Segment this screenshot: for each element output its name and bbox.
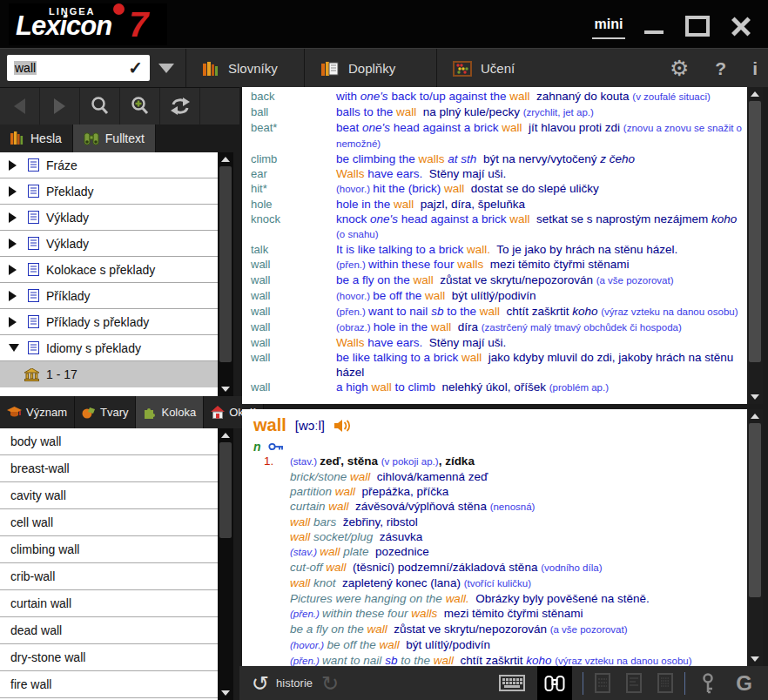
fulltext-section-row[interactable]: Výklady bbox=[0, 205, 218, 231]
collocation-item[interactable]: climbing wall bbox=[0, 536, 218, 563]
text-segment: (vodního díla) bbox=[541, 562, 602, 573]
document-view-3-button[interactable] bbox=[657, 673, 674, 693]
scrollbar-thumb[interactable] bbox=[219, 442, 232, 538]
document-view-1-button[interactable] bbox=[594, 673, 611, 693]
fulltext-section-row[interactable]: Příklady s překlady bbox=[0, 309, 218, 335]
expand-arrow-icon[interactable] bbox=[9, 265, 28, 275]
idiom-row[interactable]: backwith one's back to/up against the wa… bbox=[242, 89, 747, 104]
fulltext-section-row[interactable]: Překlady bbox=[0, 178, 218, 205]
collocation-item[interactable]: crib-wall bbox=[0, 563, 218, 590]
collocation-item[interactable]: cell wall bbox=[0, 509, 218, 536]
fulltext-section-row[interactable]: Kolokace s překlady bbox=[0, 257, 218, 283]
scroll-down-icon[interactable] bbox=[221, 690, 230, 696]
idioms-scrollbar[interactable] bbox=[747, 87, 763, 404]
document-icon bbox=[28, 263, 39, 276]
idiom-row[interactable]: hit*(hovor.) hit the (brick) wall dostat… bbox=[242, 181, 747, 197]
idiom-row[interactable]: wall(přen.) within these four walls mezi… bbox=[242, 257, 747, 273]
collocation-item[interactable]: fire wall bbox=[0, 671, 218, 698]
search-input[interactable]: wall ✓ bbox=[7, 55, 150, 81]
forward-button[interactable] bbox=[40, 88, 80, 125]
expand-arrow-icon[interactable] bbox=[9, 317, 28, 327]
expand-arrow-icon[interactable] bbox=[9, 186, 28, 197]
tab-tvary[interactable]: Tvary bbox=[75, 396, 137, 428]
history-back-icon[interactable]: ↺ bbox=[252, 671, 269, 696]
zoom-in-button[interactable] bbox=[120, 88, 160, 125]
scroll-down-icon[interactable] bbox=[751, 656, 759, 662]
maximize-button[interactable] bbox=[683, 14, 712, 38]
sections-scrollbar[interactable] bbox=[218, 152, 233, 396]
info-icon[interactable]: i bbox=[752, 58, 758, 79]
tab-hesla[interactable]: Hesla bbox=[0, 125, 73, 152]
idiom-row[interactable]: beat*beat one's head against a brick wal… bbox=[242, 120, 747, 151]
result-range-item[interactable]: 1 - 17 bbox=[0, 361, 218, 387]
tab-vyznam[interactable]: Význam bbox=[0, 396, 75, 428]
scrollbar-thumb[interactable] bbox=[219, 166, 232, 362]
scroll-up-icon[interactable] bbox=[751, 91, 759, 97]
text-segment: within these four bbox=[322, 607, 411, 620]
collocation-item[interactable]: cavity wall bbox=[0, 482, 218, 509]
scroll-down-icon[interactable] bbox=[221, 387, 230, 392]
google-search-button[interactable]: G bbox=[736, 671, 752, 696]
idiom-row[interactable]: wall(přen.) want to nail sb to the wall … bbox=[242, 304, 747, 320]
scroll-up-icon[interactable] bbox=[221, 433, 230, 438]
close-button[interactable] bbox=[726, 14, 756, 38]
help-icon[interactable]: ? bbox=[715, 58, 726, 79]
fulltext-section-row[interactable]: Idiomy s překlady bbox=[0, 335, 218, 361]
expand-arrow-icon[interactable] bbox=[9, 239, 28, 249]
idiom-row[interactable]: talkIt is like talking to a brick wall. … bbox=[242, 242, 747, 257]
history-forward-icon[interactable]: ↻ bbox=[321, 671, 339, 696]
license-key-button[interactable] bbox=[701, 673, 715, 694]
gear-icon[interactable]: ⚙ bbox=[670, 56, 689, 81]
fulltext-search-button[interactable] bbox=[537, 666, 572, 700]
search-history-dropdown[interactable] bbox=[153, 55, 179, 81]
scroll-up-icon[interactable] bbox=[751, 414, 759, 419]
collocation-item[interactable]: curtain wall bbox=[0, 590, 218, 617]
scroll-up-icon[interactable] bbox=[221, 157, 230, 162]
fulltext-section-row[interactable]: Fráze bbox=[0, 152, 218, 178]
shapes-icon bbox=[82, 407, 96, 419]
mini-mode-button[interactable]: mini bbox=[592, 12, 625, 39]
scrollbar-thumb[interactable] bbox=[749, 101, 761, 362]
idiom-row[interactable]: wall(hovor.) be off the wall být ulítlý/… bbox=[242, 288, 747, 304]
fulltext-section-row[interactable]: Výklady bbox=[0, 231, 218, 257]
tab-tvary-label: Tvary bbox=[100, 406, 129, 419]
scroll-down-icon[interactable] bbox=[751, 394, 759, 400]
fulltext-section-row[interactable]: Příklady bbox=[0, 283, 218, 309]
expand-arrow-icon[interactable] bbox=[9, 291, 28, 301]
collocation-item[interactable]: dry-stone wall bbox=[0, 644, 218, 671]
idiom-text: be like talking to a brick wall jako kdy… bbox=[336, 350, 747, 380]
idiom-row[interactable]: wallWalls have ears. Stěny mají uši. bbox=[242, 335, 747, 350]
tab-doplnky[interactable]: Doplňky bbox=[305, 49, 411, 88]
idiom-row[interactable]: wallbe like talking to a brick wall jako… bbox=[242, 350, 747, 380]
refresh-button[interactable] bbox=[160, 88, 200, 125]
speaker-icon[interactable] bbox=[333, 419, 351, 433]
scrollbar-thumb[interactable] bbox=[749, 423, 761, 597]
top-toolbar: wall ✓ Slovníky Doplňky Učení ⚙ ? i bbox=[0, 48, 768, 87]
tab-uceni[interactable]: Učení bbox=[437, 49, 530, 88]
idiom-row[interactable]: earWalls have ears. Stěny mají uši. bbox=[242, 166, 747, 181]
minimize-button[interactable] bbox=[639, 14, 669, 38]
entry-scrollbar[interactable] bbox=[747, 409, 763, 666]
idiom-row[interactable]: wall(obraz.) hole in the wall díra (zast… bbox=[242, 320, 747, 335]
keyboard-button[interactable] bbox=[499, 675, 525, 691]
text-segment: (obraz.) bbox=[336, 322, 374, 333]
idiom-row[interactable]: ballballs to the wall na plný kule/pecky… bbox=[242, 104, 747, 120]
collocations-scrollbar[interactable] bbox=[218, 428, 233, 700]
back-button[interactable] bbox=[0, 88, 40, 125]
tab-slovniky[interactable]: Slovníky bbox=[186, 49, 293, 88]
idiom-row[interactable]: holehole in the wall pajzl, díra, špeluň… bbox=[242, 197, 747, 212]
zoom-out-button[interactable] bbox=[80, 88, 120, 125]
document-view-2-button[interactable] bbox=[625, 673, 643, 693]
expand-arrow-icon[interactable] bbox=[9, 160, 28, 171]
expand-arrow-icon[interactable] bbox=[9, 344, 28, 352]
idiom-row[interactable]: knockknock one's head against a brick wa… bbox=[242, 212, 747, 242]
collocation-item[interactable]: dead wall bbox=[0, 617, 218, 644]
expand-arrow-icon[interactable] bbox=[9, 212, 28, 223]
idiom-row[interactable]: walla high wall to climb nelehký úkol, o… bbox=[242, 380, 747, 395]
idiom-row[interactable]: wallbe a fly on the wall zůstat ve skryt… bbox=[242, 273, 747, 288]
collocation-item[interactable]: body wall bbox=[0, 428, 218, 455]
tab-koloka[interactable]: Koloka bbox=[136, 396, 204, 428]
idiom-row[interactable]: climbbe climbing the walls at sth být na… bbox=[242, 151, 747, 166]
collocation-item[interactable]: breast-wall bbox=[0, 455, 218, 482]
tab-fulltext[interactable]: Fulltext bbox=[73, 125, 156, 152]
